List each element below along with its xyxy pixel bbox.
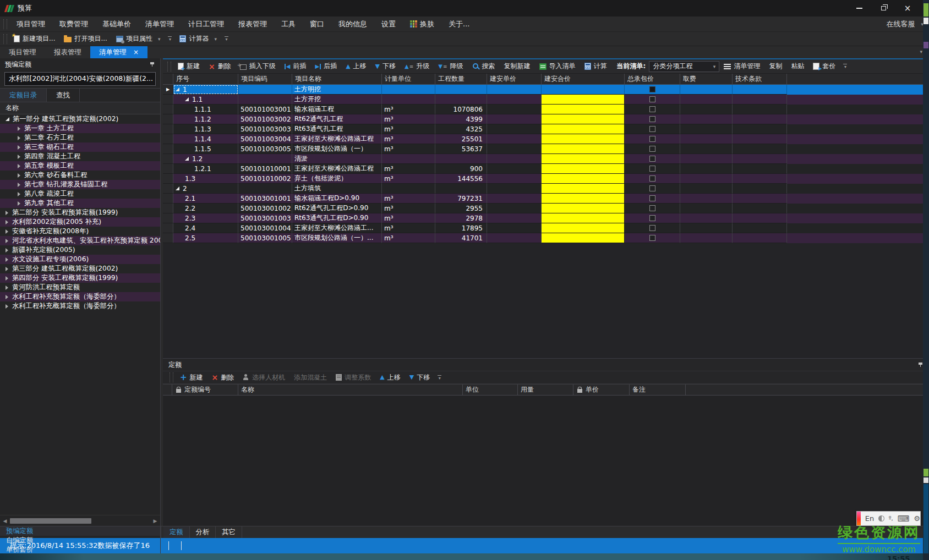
expanded-icon[interactable] <box>176 87 179 91</box>
menu-item-1[interactable]: 项目管理 <box>9 17 52 31</box>
scroll-right-icon[interactable]: ▶ <box>152 518 159 524</box>
tree-item[interactable]: 第六章 砂石备料工程 <box>0 171 160 180</box>
toolbar-button-3[interactable]: 项目属性▾ <box>112 32 165 46</box>
collapsed-icon[interactable] <box>6 295 8 299</box>
table-row[interactable]: 1.1.5500101003005市区段规划公路涵（一）m³53637 <box>163 144 929 154</box>
detail-toolbar-7[interactable]: ▼下移 <box>405 371 434 383</box>
toolbar-button-2[interactable]: 打开项目... <box>59 32 111 46</box>
tree-item[interactable]: 第二章 石方工程 <box>0 133 160 142</box>
checkbox[interactable] <box>649 116 655 122</box>
tree-item[interactable]: 第四部分 安装工程概算定额(1999) <box>0 273 160 283</box>
tab-quota-catalog[interactable]: 定额目录 <box>0 89 47 102</box>
tab-预编定额[interactable]: 预编定额 <box>0 526 161 536</box>
tree-item[interactable]: 第一部分 建筑工程预算定额(2002) <box>0 114 160 124</box>
list-toolbar-2[interactable]: ×删除 <box>204 59 236 73</box>
table-row[interactable]: 1.1土方开挖 <box>163 95 929 105</box>
collapsed-icon[interactable] <box>6 229 8 234</box>
collapsed-icon[interactable] <box>18 155 20 159</box>
tree-item[interactable]: 第五章 模板工程 <box>0 161 160 171</box>
table-row[interactable]: ▶1土方明挖 <box>163 85 929 95</box>
collapsed-icon[interactable] <box>18 183 20 187</box>
ime-punctuation-icon[interactable]: º, <box>889 515 893 521</box>
collapsed-icon[interactable] <box>6 220 8 224</box>
collapsed-icon[interactable] <box>6 304 8 309</box>
tab-定额[interactable]: 定额 <box>163 526 190 538</box>
detail-toolbar-2[interactable]: ×删除 <box>207 371 239 383</box>
tree-item[interactable]: 第四章 混凝土工程 <box>0 152 160 161</box>
tree-item[interactable]: 第三部分 建筑工程概算定额(2002) <box>0 264 160 273</box>
detail-toolbar-4[interactable]: 添加混凝土 <box>289 371 331 383</box>
list-toolbar-11[interactable]: 复制新建 <box>500 59 535 73</box>
expanded-icon[interactable] <box>176 186 179 190</box>
collapsed-icon[interactable] <box>6 276 8 281</box>
table-row[interactable]: 1.1.4500101003004王家封至大柳滩公路涵工程m³25501 <box>163 134 929 144</box>
list-toolbar-4[interactable]: ◀前插 <box>280 59 311 73</box>
expanded-icon[interactable] <box>185 97 189 101</box>
tree-item[interactable]: 黄河防洪工程预算定额 <box>0 283 160 292</box>
toolbar-overflow-icon[interactable]: ▾ <box>438 375 441 380</box>
pin-icon[interactable] <box>150 62 155 67</box>
table-row[interactable]: 2.3500103001003Rt63通气孔工程D>0.90m³2978 <box>163 213 929 223</box>
menu-item-7[interactable]: 工具 <box>274 17 303 31</box>
table-row[interactable]: 2.4500103001004王家封至大柳滩公路涵工...m³17895 <box>163 223 929 233</box>
collapsed-icon[interactable] <box>6 211 8 215</box>
collapsed-icon[interactable] <box>6 286 8 290</box>
menu-item-3[interactable]: 基础单价 <box>95 17 138 31</box>
tree-item[interactable]: 第九章 其他工程 <box>0 199 160 208</box>
collapsed-icon[interactable] <box>6 257 8 262</box>
ime-keyboard-icon[interactable]: ⌨ <box>898 514 910 524</box>
collapsed-icon[interactable] <box>18 201 20 206</box>
expanded-icon[interactable] <box>185 157 189 161</box>
tree-item[interactable]: 水利部2002定额(2005 补充) <box>0 217 160 227</box>
tree-item[interactable]: 第八章 疏浚工程 <box>0 189 160 199</box>
tree-item[interactable]: 第一章 土方工程 <box>0 124 160 133</box>
tab-报表管理[interactable]: 报表管理 <box>45 46 90 58</box>
current-list-select[interactable]: 分类分项工程▾ <box>649 61 719 72</box>
collapsed-icon[interactable] <box>18 164 20 168</box>
ime-toolbar[interactable]: En º, ⌨ ⚙ <box>856 511 921 526</box>
tab-search[interactable]: 查找 <box>47 89 80 102</box>
tree-item[interactable]: 第七章 钻孔灌浆及锚固工程 <box>0 180 160 189</box>
table-row[interactable]: 1.1.2500101003002Rt62通气孔工程m³4399 <box>163 114 929 124</box>
checkbox[interactable] <box>649 225 655 231</box>
checkbox[interactable] <box>649 166 655 172</box>
list-toolbar-b3[interactable]: 粘贴 <box>786 59 808 73</box>
expanded-icon[interactable] <box>6 117 9 121</box>
list-toolbar-b2[interactable]: 复制 <box>764 59 786 73</box>
collapsed-icon[interactable] <box>18 192 20 196</box>
list-toolbar-8[interactable]: ▲≡升级 <box>400 59 434 73</box>
checkbox[interactable] <box>649 156 655 162</box>
table-row[interactable]: 1.2.1500101010001王家封至大柳滩公路涵工程m³900 <box>163 164 929 174</box>
checkbox[interactable] <box>649 126 655 132</box>
menu-item-9[interactable]: 我的信息 <box>331 17 374 31</box>
table-row[interactable]: 2土方填筑 <box>163 184 929 194</box>
menu-item-2[interactable]: 取费管理 <box>52 17 95 31</box>
toolbar-overflow-icon[interactable]: ▾ <box>843 64 847 69</box>
checkbox[interactable] <box>649 96 655 102</box>
detail-toolbar-5[interactable]: 调整系数 <box>331 371 375 383</box>
tree-item[interactable]: 第二部分 安装工程预算定额(1999) <box>0 208 160 217</box>
menu-item-4[interactable]: 清单管理 <box>138 17 181 31</box>
checkbox[interactable] <box>649 205 655 211</box>
maximize-button[interactable] <box>879 4 887 12</box>
tree-item[interactable]: 新疆补充定额(2005) <box>0 245 160 255</box>
checkbox[interactable] <box>649 235 655 241</box>
table-row[interactable]: 2.1500103001001输水箱涵工程D>0.90m³797231 <box>163 194 929 204</box>
collapsed-icon[interactable] <box>18 173 20 178</box>
tree-item[interactable]: 河北省水利水电建筑、安装工程补充预算定额 2004 <box>0 236 160 245</box>
quota-library-select[interactable]: 水利部[2002]河北(2004)安徽(2008)新疆(2... ▾ <box>4 72 156 86</box>
collapsed-icon[interactable] <box>18 145 20 150</box>
minimize-button[interactable] <box>855 4 863 12</box>
tab-overflow-icon[interactable]: ▾ <box>920 49 922 54</box>
list-toolbar-1[interactable]: 新建 <box>173 59 204 73</box>
tree-item[interactable]: 水利工程补充预算定额（海委部分） <box>0 292 160 301</box>
list-toolbar-13[interactable]: 计算 <box>580 59 611 73</box>
collapsed-icon[interactable] <box>18 136 20 140</box>
menu-item-12[interactable]: 关于... <box>441 17 477 31</box>
list-toolbar-9[interactable]: ▼≡降级 <box>434 59 467 73</box>
menu-item-11[interactable]: 换肤 <box>403 17 441 31</box>
checkbox[interactable] <box>649 175 655 182</box>
table-row[interactable]: 2.2500103001002Rt62通气孔工程D>0.90m³2955 <box>163 204 929 213</box>
menu-item-6[interactable]: 报表管理 <box>231 17 274 31</box>
ime-language-indicator[interactable]: En <box>865 514 874 523</box>
